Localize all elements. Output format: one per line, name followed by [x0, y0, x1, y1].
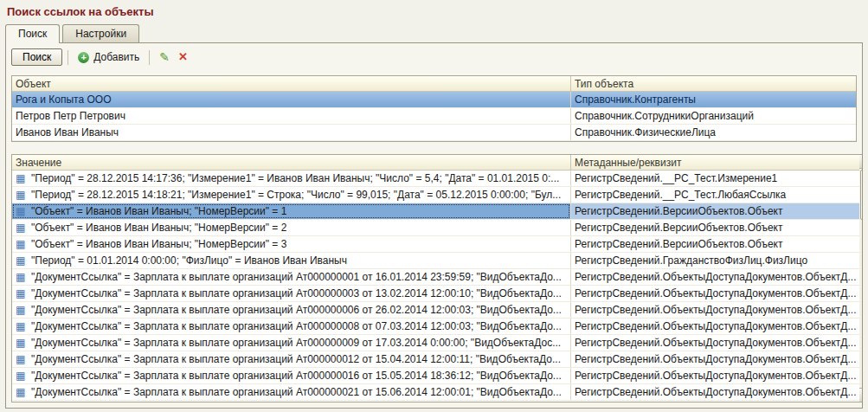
result-row[interactable]: ▦ "ДокументСсылка" = Зарплата к выплате … [12, 286, 859, 302]
result-metadata-cell: РегистрСведений.ВерсииОбъектов.Объект [570, 203, 859, 219]
tab-search[interactable]: Поиск [5, 24, 60, 43]
register-icon: ▦ [16, 253, 29, 268]
result-value-cell: ▦ "ДокументСсылка" = Зарплата к выплате … [12, 335, 570, 351]
result-row[interactable]: ▦ "Период" = 01.01.2014 0:00:00; "ФизЛиц… [12, 253, 859, 269]
result-value-cell: ▦ "ДокументСсылка" = Зарплата к выплате … [12, 286, 570, 301]
add-button[interactable]: + Добавить [74, 48, 144, 66]
object-row[interactable]: Иванов Иван Иваныч Справочник.Физические… [12, 125, 856, 141]
result-metadata-cell: РегистрСведений.ОбъектыДоступаДокументов… [570, 384, 859, 400]
register-icon: ▦ [16, 351, 29, 367]
results-scrollbar[interactable]: ▲ ▼ [859, 154, 863, 402]
result-value-text: "Период" = 01.01.2014 0:00:00; "ФизЛицо"… [31, 253, 347, 268]
result-row[interactable]: ▦ "Период" = 28.12.2015 14:18:21; "Измер… [12, 187, 859, 203]
result-metadata-cell: РегистрСведений.ОбъектыДоступаДокументов… [570, 351, 859, 367]
object-name-cell: Рога и Копыта ООО [12, 92, 570, 107]
result-value-text: "Объект" = Иванов Иван Иваныч; "НомерВер… [31, 220, 286, 235]
result-value-text: "ДокументСсылка" = Зарплата к выплате ор… [31, 319, 562, 334]
scroll-up-button[interactable]: ▲ [859, 155, 863, 169]
tab-settings[interactable]: Настройки [62, 24, 139, 42]
objects-table-header: Объект Тип объекта [12, 76, 856, 92]
result-row[interactable]: ▦ "ДокументСсылка" = Зарплата к выплате … [12, 269, 859, 286]
scroll-down-button[interactable]: ▼ [859, 388, 863, 402]
object-type-cell: Справочник.СотрудникиОрганизаций [570, 108, 856, 124]
delete-button[interactable]: ✕ [174, 48, 192, 66]
result-value-cell: ▦ "Объект" = Иванов Иван Иваныч; "НомерВ… [12, 236, 570, 252]
result-value-cell: ▦ "Объект" = Иванов Иван Иваныч; "НомерВ… [12, 220, 570, 235]
register-icon: ▦ [16, 236, 29, 252]
result-metadata-cell: РегистрСведений.ОбъектыДоступаДокументов… [570, 269, 859, 285]
results-area: Значение Метаданные/реквизит ▦ "Период" … [11, 154, 857, 402]
result-value-cell: ▦ "ДокументСсылка" = Зарплата к выплате … [12, 351, 570, 367]
results-table-header: Значение Метаданные/реквизит [12, 155, 859, 171]
register-icon: ▦ [16, 335, 29, 351]
page-title: Поиск ссылок на объекты [0, 0, 868, 21]
register-icon: ▦ [16, 220, 29, 235]
scrollbar-track[interactable] [859, 169, 863, 388]
result-row[interactable]: ▦ "ДокументСсылка" = Зарплата к выплате … [12, 302, 859, 319]
result-row[interactable]: ▦ "Объект" = Иванов Иван Иваныч; "НомерВ… [12, 220, 859, 236]
column-header-object-type[interactable]: Тип объекта [570, 76, 856, 91]
column-header-value[interactable]: Значение [12, 155, 570, 170]
result-metadata-cell: РегистрСведений.ВерсииОбъектов.Объект [570, 236, 859, 252]
object-row[interactable]: Петров Петр Петрович Справочник.Сотрудни… [12, 108, 856, 125]
results-table-body: ▦ "Период" = 28.12.2015 14:17:36; "Измер… [12, 171, 859, 401]
toolbar: Поиск + Добавить ✎ ✕ [11, 46, 857, 68]
result-metadata-cell: РегистрСведений.ГражданствоФизЛиц.ФизЛиц… [570, 253, 859, 268]
result-value-text: "Объект" = Иванов Иван Иваныч; "НомерВер… [31, 236, 286, 252]
result-metadata-cell: РегистрСведений.ОбъектыДоступаДокументов… [570, 335, 859, 351]
column-header-metadata[interactable]: Метаданные/реквизит [570, 155, 859, 170]
result-row[interactable]: ▦ "Объект" = Иванов Иван Иваныч; "НомерВ… [12, 203, 859, 220]
window: Поиск ссылок на объекты Поиск Настройки … [0, 0, 868, 412]
result-row[interactable]: ▦ "ДокументСсылка" = Зарплата к выплате … [12, 335, 859, 351]
scrollbar-thumb[interactable] [860, 170, 863, 220]
result-value-cell: ▦ "ДокументСсылка" = Зарплата к выплате … [12, 302, 570, 318]
result-value-cell: ▦ "Период" = 28.12.2015 14:17:36; "Измер… [12, 171, 570, 186]
delete-icon: ✕ [178, 51, 188, 63]
result-row[interactable]: ▦ "ДокументСсылка" = Зарплата к выплате … [12, 368, 859, 384]
result-value-text: "Период" = 28.12.2015 14:17:36; "Измерен… [31, 171, 559, 186]
register-icon: ▦ [16, 203, 29, 219]
result-metadata-cell: РегистрСведений.ОбъектыДоступаДокументов… [570, 368, 859, 383]
register-icon: ▦ [16, 368, 29, 383]
result-value-text: "ДокументСсылка" = Зарплата к выплате ор… [31, 368, 562, 383]
register-icon: ▦ [16, 171, 29, 186]
result-value-cell: ▦ "Период" = 01.01.2014 0:00:00; "ФизЛиц… [12, 253, 570, 268]
toolbar-separator [68, 50, 68, 65]
register-icon: ▦ [16, 187, 29, 203]
search-panel: Поиск + Добавить ✎ ✕ Объект Тип объекта [5, 42, 863, 409]
result-metadata-cell: РегистрСведений.ОбъектыДоступаДокументов… [570, 286, 859, 301]
result-value-text: "ДокументСсылка" = Зарплата к выплате ор… [31, 335, 561, 351]
result-value-text: "ДокументСсылка" = Зарплата к выплате ор… [31, 302, 562, 318]
result-row[interactable]: ▦ "ДокументСсылка" = Зарплата к выплате … [12, 384, 859, 401]
edit-button[interactable]: ✎ [155, 48, 174, 66]
register-icon: ▦ [16, 269, 29, 285]
result-row[interactable]: ▦ "ДокументСсылка" = Зарплата к выплате … [12, 319, 859, 335]
tab-bar: Поиск Настройки [5, 23, 868, 42]
object-type-cell: Справочник.Контрагенты [570, 92, 856, 107]
object-row[interactable]: Рога и Копыта ООО Справочник.Контрагенты [12, 92, 856, 108]
add-button-label: Добавить [93, 51, 139, 63]
result-metadata-cell: РегистрСведений.ОбъектыДоступаДокументов… [570, 302, 859, 318]
register-icon: ▦ [16, 319, 29, 334]
add-icon: + [78, 52, 89, 63]
column-header-object[interactable]: Объект [12, 76, 570, 91]
result-value-text: "Период" = 28.12.2015 14:18:21; "Измерен… [31, 187, 561, 203]
result-value-cell: ▦ "ДокументСсылка" = Зарплата к выплате … [12, 384, 570, 400]
result-value-text: "ДокументСсылка" = Зарплата к выплате ор… [31, 269, 562, 285]
result-value-cell: ▦ "ДокументСсылка" = Зарплата к выплате … [12, 319, 570, 334]
result-value-text: "ДокументСсылка" = Зарплата к выплате ор… [31, 351, 561, 367]
result-row[interactable]: ▦ "ДокументСсылка" = Зарплата к выплате … [12, 351, 859, 368]
result-metadata-cell: РегистрСведений.ВерсииОбъектов.Объект [570, 220, 859, 235]
objects-table-body: Рога и Копыта ООО Справочник.Контрагенты… [12, 92, 856, 141]
result-metadata-cell: РегистрСведений.ОбъектыДоступаДокументов… [570, 319, 859, 334]
register-icon: ▦ [16, 302, 29, 318]
result-value-cell: ▦ "Период" = 28.12.2015 14:18:21; "Измер… [12, 187, 570, 203]
result-value-text: "Объект" = Иванов Иван Иваныч; "НомерВер… [31, 203, 286, 219]
result-row[interactable]: ▦ "Объект" = Иванов Иван Иваныч; "НомерВ… [12, 236, 859, 253]
search-button[interactable]: Поиск [11, 48, 62, 66]
object-name-cell: Иванов Иван Иваныч [12, 125, 570, 140]
result-value-text: "ДокументСсылка" = Зарплата к выплате ор… [31, 286, 562, 301]
result-row[interactable]: ▦ "Период" = 28.12.2015 14:17:36; "Измер… [12, 171, 859, 187]
result-metadata-cell: РегистрСведений.__РС_Тест.Измерение1 [570, 171, 859, 186]
objects-table: Объект Тип объекта Рога и Копыта ООО Спр… [11, 75, 857, 142]
